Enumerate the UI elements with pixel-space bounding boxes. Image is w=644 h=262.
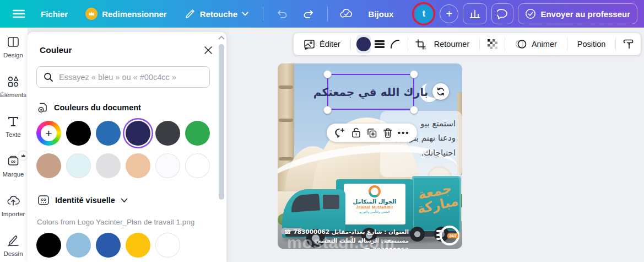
document-colors-row-2 xyxy=(36,153,214,178)
text-color-button[interactable] xyxy=(356,35,371,54)
element-context-toolbar: ••• xyxy=(327,124,417,142)
sidebar-item-label: Dessin xyxy=(3,250,23,257)
project-title[interactable]: Bijoux xyxy=(369,9,394,19)
truck-logo-latin: Jawaal Mutakamil xyxy=(356,205,393,209)
retouch-label: Retouche xyxy=(200,9,237,19)
brand-kit-toggle[interactable]: co Identité visuelle xyxy=(37,195,214,206)
badge-24-7: 24/7 xyxy=(436,224,461,248)
retouch-button[interactable]: Retouche xyxy=(178,4,255,24)
document-colors-row-1: + xyxy=(36,121,214,146)
paragraph-line: احتياجاتك. xyxy=(385,146,456,160)
sidebar-rail: Design Éléments Texte co Marque xyxy=(0,28,28,262)
resize-handle-top-left[interactable] xyxy=(323,70,332,78)
truck-logo-arabic: الجوال المتكامل xyxy=(353,199,397,205)
sidebar-item-draw[interactable]: Dessin xyxy=(0,226,28,262)
sidebar-item-label: Texte xyxy=(6,131,21,138)
truck-tagline: الشحن والتأمين والتوزيع xyxy=(360,210,390,213)
sidebar-item-text[interactable]: Texte xyxy=(0,107,28,147)
undo-button[interactable] xyxy=(271,3,293,24)
document-colors-title: Couleurs du document xyxy=(54,103,141,112)
comment-button[interactable] xyxy=(334,127,346,139)
sidebar-item-label: Design xyxy=(3,52,23,58)
color-swatch[interactable] xyxy=(126,121,150,146)
resize-handle-bottom-right[interactable] xyxy=(410,106,418,114)
sidebar-item-uploads[interactable]: Importer xyxy=(0,186,28,226)
redo-icon xyxy=(302,9,315,19)
duplicate-button[interactable] xyxy=(366,127,378,139)
insights-button[interactable] xyxy=(463,3,487,24)
color-swatch[interactable] xyxy=(36,233,61,258)
color-swatch[interactable] xyxy=(36,153,61,178)
color-search-box xyxy=(36,66,210,88)
sidebar-item-brand[interactable]: co Marque xyxy=(0,147,28,186)
more-options-button[interactable]: ••• xyxy=(398,127,410,139)
position-button[interactable]: Position xyxy=(573,36,610,52)
cloud-save-status-button[interactable] xyxy=(335,3,358,24)
rotate-handle[interactable] xyxy=(432,83,449,100)
edit-image-label: Éditer xyxy=(320,40,340,49)
crop-button[interactable] xyxy=(414,35,427,54)
resize-handle-top-right[interactable] xyxy=(410,70,418,78)
sidebar-item-design[interactable]: Design xyxy=(0,28,28,67)
lock-button[interactable] xyxy=(350,127,362,139)
add-member-button[interactable]: + xyxy=(440,4,458,23)
color-search-input[interactable] xyxy=(59,73,203,82)
bar-chart-icon xyxy=(469,9,480,19)
watermark-text: mostaqi.com xyxy=(278,233,404,249)
color-swatch[interactable] xyxy=(66,153,91,178)
color-swatch[interactable] xyxy=(155,153,180,178)
transparency-button[interactable] xyxy=(485,35,499,54)
arabic-paragraph[interactable]: استمتع بيو ودعنا نهتم بتوصيل احتياجاتك. xyxy=(380,111,462,177)
badge-24-7-label: 24/7 xyxy=(447,233,458,238)
color-swatch[interactable] xyxy=(96,121,121,146)
brand-kit-icon: co xyxy=(37,195,50,206)
resize-handle-bottom-left[interactable] xyxy=(323,106,332,114)
selected-text-element[interactable]: بارك الله في جمعتكم xyxy=(327,74,414,110)
scrollbar-thumb[interactable] xyxy=(219,44,224,200)
redo-button[interactable] xyxy=(297,3,320,24)
resize-button[interactable]: Redimensionner xyxy=(79,3,174,24)
color-swatch[interactable] xyxy=(155,121,180,146)
truck-rear-box: جمعة مباركة xyxy=(412,176,461,232)
panel-scrollbar[interactable] xyxy=(218,34,225,255)
spacing-button[interactable] xyxy=(373,35,387,54)
color-swatch[interactable] xyxy=(185,121,210,146)
position-label: Position xyxy=(577,40,606,49)
divider xyxy=(408,38,408,51)
file-menu-button[interactable]: Fichier xyxy=(34,5,74,23)
design-page[interactable]: استمتع بيو ودعنا نهتم بتوصيل احتياجاتك. … xyxy=(278,63,462,249)
calligraphy-text: جمعة مباركة xyxy=(412,180,461,217)
color-swatch[interactable] xyxy=(126,153,150,178)
headline-text: بارك الله في جمعتكم xyxy=(313,85,428,99)
close-panel-button[interactable] xyxy=(202,44,214,56)
curve-text-button[interactable] xyxy=(389,35,403,54)
color-swatch[interactable] xyxy=(96,153,121,178)
account-avatar[interactable]: t xyxy=(412,2,435,25)
color-swatch[interactable] xyxy=(66,233,91,258)
edit-image-button[interactable]: Éditer xyxy=(299,36,345,53)
divider xyxy=(263,7,263,21)
sidebar-item-label: Marque xyxy=(3,171,24,178)
elements-icon xyxy=(7,75,20,88)
color-swatch[interactable] xyxy=(155,233,180,258)
comments-button[interactable] xyxy=(491,3,513,24)
gold-calligraphy: جمعة مباركة xyxy=(412,180,461,217)
menu-button[interactable] xyxy=(8,3,30,24)
send-to-teacher-button[interactable]: Envoyer au professeur xyxy=(518,3,637,24)
color-swatch[interactable] xyxy=(185,153,210,178)
design-icon xyxy=(7,35,20,49)
flip-button[interactable]: Retourner xyxy=(430,36,474,52)
resize-label: Redimensionner xyxy=(102,9,167,19)
sidebar-item-elements[interactable]: Éléments xyxy=(0,67,28,107)
copy-style-button[interactable] xyxy=(621,35,635,54)
divider xyxy=(327,7,328,21)
add-color-button[interactable]: + xyxy=(36,121,61,146)
color-swatch[interactable] xyxy=(126,233,150,258)
scroll-up-icon[interactable] xyxy=(218,35,225,42)
color-swatch[interactable] xyxy=(96,233,121,258)
delete-button[interactable] xyxy=(382,127,394,139)
truck-window xyxy=(323,195,339,209)
color-swatch[interactable] xyxy=(66,121,91,146)
avatar-initial: t xyxy=(415,5,433,23)
animate-button[interactable]: Animer xyxy=(511,36,561,52)
